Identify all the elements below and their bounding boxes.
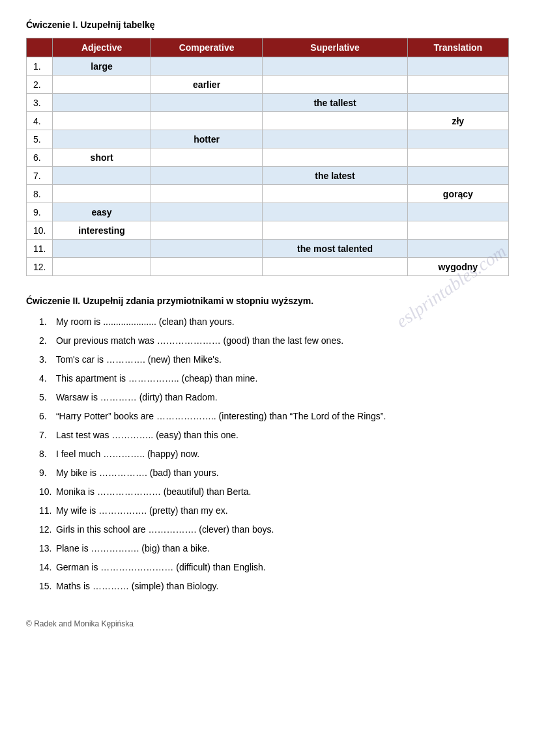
row-number: 6. [27, 148, 53, 167]
cell-superlative [263, 221, 407, 240]
cell-superlative [263, 112, 407, 130]
exercise1-title: Ćwiczenie I. Uzupełnij tabelkę [26, 20, 509, 30]
cell-comperative [151, 240, 263, 258]
cell-adjective [53, 240, 151, 258]
cell-translation [407, 148, 508, 167]
list-item: 2. Our previous match was ………………… (good)… [39, 334, 509, 348]
col-header-comperative: Comperative [151, 38, 263, 57]
row-number: 10. [27, 221, 53, 240]
row-number: 3. [27, 94, 53, 112]
row-number: 4. [27, 112, 53, 130]
list-item: 12. Girls in this school are ……………. (cle… [39, 523, 509, 537]
cell-adjective: easy [53, 203, 151, 221]
table-row: 12.wygodny [27, 258, 509, 276]
cell-adjective [53, 76, 151, 94]
col-header-translation: Translation [407, 38, 508, 57]
cell-superlative: the most talented [263, 240, 407, 258]
adjectives-table: Adjective Comperative Superlative Transl… [26, 38, 509, 276]
cell-adjective [53, 167, 151, 185]
cell-translation [407, 94, 508, 112]
cell-adjective [53, 94, 151, 112]
table-row: 2.earlier [27, 76, 509, 94]
cell-comperative: earlier [151, 76, 263, 94]
exercise2-list: 1. My room is ..................... (cle… [26, 315, 509, 593]
row-number: 9. [27, 203, 53, 221]
list-item: 9. My bike is ……………. (bad) than yours. [39, 466, 509, 480]
cell-superlative [263, 258, 407, 276]
cell-comperative [151, 57, 263, 76]
cell-comperative [151, 185, 263, 203]
cell-translation [407, 203, 508, 221]
table-row: 9.easy [27, 203, 509, 221]
table-row: 3.the tallest [27, 94, 509, 112]
cell-superlative [263, 130, 407, 148]
table-row: 7.the latest [27, 167, 509, 185]
exercise2-title: Ćwiczenie II. Uzupełnij zdania przymiotn… [26, 296, 509, 306]
list-item: 13. Plane is ……………. (big) than a bike. [39, 542, 509, 555]
row-number: 11. [27, 240, 53, 258]
cell-comperative: hotter [151, 130, 263, 148]
cell-translation [407, 167, 508, 185]
cell-adjective: large [53, 57, 151, 76]
list-item: 4. This apartment is …………….. (cheap) tha… [39, 372, 509, 385]
cell-superlative [263, 185, 407, 203]
cell-superlative [263, 148, 407, 167]
row-number: 5. [27, 130, 53, 148]
cell-comperative [151, 112, 263, 130]
cell-adjective [53, 258, 151, 276]
cell-translation: zły [407, 112, 508, 130]
cell-adjective [53, 130, 151, 148]
row-number: 12. [27, 258, 53, 276]
cell-comperative [151, 258, 263, 276]
list-item: 5. Warsaw is ………… (dirty) than Radom. [39, 391, 509, 404]
cell-comperative [151, 94, 263, 112]
cell-adjective [53, 185, 151, 203]
cell-adjective: interesting [53, 221, 151, 240]
cell-superlative [263, 76, 407, 94]
cell-comperative [151, 221, 263, 240]
cell-superlative: the tallest [263, 94, 407, 112]
cell-comperative [151, 167, 263, 185]
cell-adjective [53, 112, 151, 130]
table-row: 6.short [27, 148, 509, 167]
table-row: 4.zły [27, 112, 509, 130]
cell-adjective: short [53, 148, 151, 167]
cell-superlative [263, 57, 407, 76]
row-number: 8. [27, 185, 53, 203]
table-row: 5.hotter [27, 130, 509, 148]
table-row: 8.gorący [27, 185, 509, 203]
row-number: 7. [27, 167, 53, 185]
cell-translation [407, 130, 508, 148]
col-header-num [27, 38, 53, 57]
cell-translation [407, 76, 508, 94]
cell-translation [407, 240, 508, 258]
cell-translation: wygodny [407, 258, 508, 276]
list-item: 7. Last test was ………….. (easy) than this… [39, 428, 509, 442]
cell-translation [407, 57, 508, 76]
footer-text: © Radek and Monika Kępińska [26, 619, 509, 628]
table-row: 1.large [27, 57, 509, 76]
cell-superlative: the latest [263, 167, 407, 185]
col-header-superlative: Superlative [263, 38, 407, 57]
cell-translation [407, 221, 508, 240]
list-item: 6. “Harry Potter” books are ……………….. (in… [39, 410, 509, 423]
cell-translation: gorący [407, 185, 508, 203]
col-header-adjective: Adjective [53, 38, 151, 57]
cell-superlative [263, 203, 407, 221]
row-number: 1. [27, 57, 53, 76]
cell-comperative [151, 148, 263, 167]
list-item: 10. Monika is ………………… (beautiful) than B… [39, 485, 509, 499]
list-item: 15. Maths is ………… (simple) than Biology. [39, 580, 509, 593]
list-item: 8. I feel much ………….. (happy) now. [39, 447, 509, 461]
table-row: 11.the most talented [27, 240, 509, 258]
list-item: 1. My room is ..................... (cle… [39, 315, 509, 329]
row-number: 2. [27, 76, 53, 94]
cell-comperative [151, 203, 263, 221]
table-row: 10.interesting [27, 221, 509, 240]
list-item: 11. My wife is ……………. (pretty) than my e… [39, 504, 509, 518]
list-item: 3. Tom's car is …………. (new) then Mike's. [39, 353, 509, 367]
list-item: 14. German is …………………… (difficult) than … [39, 561, 509, 574]
